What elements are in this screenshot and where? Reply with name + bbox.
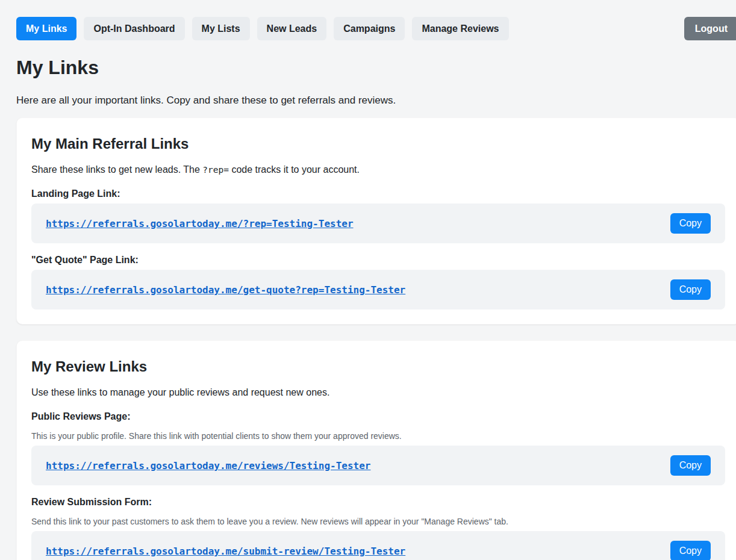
- logout-button[interactable]: Logout: [684, 17, 736, 40]
- description-text-after: code tracks it to your account.: [229, 164, 360, 175]
- nav-tab-my-lists[interactable]: My Lists: [192, 17, 250, 40]
- nav-tab-campaigns[interactable]: Campaigns: [334, 17, 405, 40]
- review-links-card: My Review Links Use these links to manag…: [16, 340, 736, 560]
- copy-button-get-quote-page[interactable]: Copy: [670, 279, 711, 300]
- description-text-before: Share these links to get new leads. The: [31, 164, 202, 175]
- link-row-review-submission: https://referrals.gosolartoday.me/submit…: [31, 531, 725, 560]
- link-label-landing-page: Landing Page Link:: [31, 188, 725, 199]
- nav-tab-my-links[interactable]: My Links: [16, 17, 76, 40]
- helper-text-review-submission: Send this link to your past customers to…: [31, 517, 725, 527]
- link-label-review-submission: Review Submission Form:: [31, 496, 725, 508]
- review-submission-link[interactable]: https://referrals.gosolartoday.me/submit…: [46, 546, 405, 557]
- nav-tab-new-leads[interactable]: New Leads: [257, 17, 327, 40]
- page-subtitle: Here are all your important links. Copy …: [16, 94, 736, 107]
- page-title: My Links: [16, 57, 736, 78]
- top-nav: My Links Opt-In Dashboard My Lists New L…: [0, 0, 736, 40]
- link-row-public-reviews: https://referrals.gosolartoday.me/review…: [31, 446, 725, 485]
- nav-tab-manage-reviews[interactable]: Manage Reviews: [412, 17, 508, 40]
- helper-text-public-reviews: This is your public profile. Share this …: [31, 431, 725, 441]
- card-description: Use these links to manage your public re…: [31, 387, 725, 399]
- card-title-review-links: My Review Links: [31, 358, 725, 376]
- link-label-public-reviews: Public Reviews Page:: [31, 411, 725, 422]
- link-row-landing-page: https://referrals.gosolartoday.me/?rep=T…: [31, 204, 725, 243]
- rep-code-snippet: ?rep=: [202, 165, 229, 175]
- public-reviews-link[interactable]: https://referrals.gosolartoday.me/review…: [46, 460, 370, 471]
- link-label-get-quote-page: "Get Quote" Page Link:: [31, 254, 725, 266]
- nav-tab-opt-in-dashboard[interactable]: Opt-In Dashboard: [84, 17, 184, 40]
- copy-button-review-submission[interactable]: Copy: [670, 541, 711, 560]
- card-title-main-referral-links: My Main Referral Links: [31, 135, 725, 153]
- main-referral-links-card: My Main Referral Links Share these links…: [16, 117, 736, 325]
- get-quote-page-link[interactable]: https://referrals.gosolartoday.me/get-qu…: [46, 284, 405, 296]
- copy-button-public-reviews[interactable]: Copy: [670, 455, 711, 476]
- copy-button-landing-page[interactable]: Copy: [670, 213, 711, 234]
- landing-page-link[interactable]: https://referrals.gosolartoday.me/?rep=T…: [46, 218, 354, 229]
- link-row-get-quote-page: https://referrals.gosolartoday.me/get-qu…: [31, 270, 725, 310]
- card-description: Share these links to get new leads. The …: [31, 164, 725, 176]
